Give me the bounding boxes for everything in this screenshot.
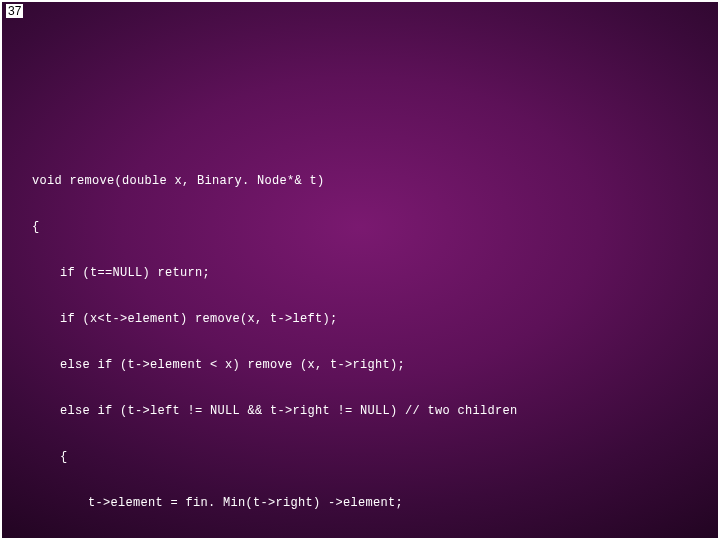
code-line: void remove(double x, Binary. Node*& t) [32, 170, 518, 193]
code-line: else if (t->left != NULL && t->right != … [32, 400, 518, 423]
code-line: if (x<t->element) remove(x, t->left); [32, 308, 518, 331]
code-block: void remove(double x, Binary. Node*& t) … [32, 147, 518, 540]
code-line: { [32, 446, 518, 469]
slide-background: void remove(double x, Binary. Node*& t) … [2, 2, 718, 538]
code-line: else if (t->element < x) remove (x, t->r… [32, 354, 518, 377]
code-line: if (t==NULL) return; [32, 262, 518, 285]
page-number: 37 [6, 4, 23, 18]
code-line: t->element = fin. Min(t->right) ->elemen… [32, 492, 518, 515]
code-line: { [32, 216, 518, 239]
